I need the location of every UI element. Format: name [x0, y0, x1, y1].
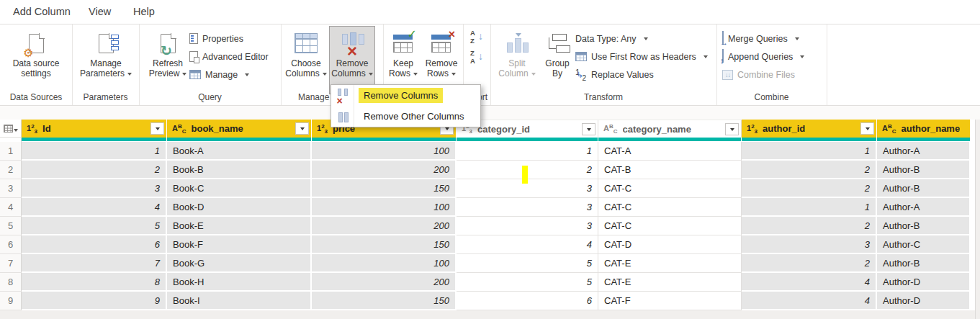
cell-category_id[interactable]: 3 — [457, 217, 598, 235]
cell-Id[interactable]: 4 — [22, 198, 167, 217]
cell-category_id[interactable]: 5 — [457, 273, 598, 292]
row-number[interactable]: 7 — [0, 254, 22, 273]
column-header-Id[interactable]: 123Id — [22, 120, 167, 138]
keep-rows-button[interactable]: ✓ Keep Rows — [385, 27, 421, 78]
cell-category_id[interactable]: 6 — [457, 292, 598, 310]
cell-Id[interactable]: 7 — [22, 254, 167, 273]
cell-author_name[interactable]: Author-B — [877, 217, 971, 235]
cell-author_name[interactable]: Author-B — [877, 179, 971, 198]
filter-button[interactable] — [582, 123, 595, 135]
cell-category_name[interactable]: CAT-C — [598, 217, 742, 235]
tab-help[interactable]: Help — [133, 0, 155, 23]
cell-author_name[interactable]: Author-D — [877, 292, 971, 310]
cell-author_id[interactable]: 2 — [742, 217, 877, 235]
row-number[interactable]: 4 — [0, 198, 22, 217]
cell-category_name[interactable]: CAT-E — [598, 254, 742, 273]
cell-author_name[interactable]: Author-D — [877, 273, 971, 292]
cell-author_name[interactable]: Author-C — [877, 235, 971, 254]
cell-author_id[interactable]: 1 — [742, 198, 877, 217]
row-number[interactable]: 5 — [0, 217, 22, 235]
row-number[interactable]: 8 — [0, 273, 22, 292]
advanced-editor-button[interactable]: Advanced Editor — [189, 48, 269, 66]
cell-Id[interactable]: 3 — [22, 179, 167, 198]
tab-add-column[interactable]: Add Column — [13, 0, 71, 23]
data-type-button[interactable]: Data Type: Any — [575, 30, 708, 48]
cell-category_name[interactable]: CAT-A — [598, 142, 742, 161]
cell-category_id[interactable]: 3 — [457, 198, 598, 217]
cell-category_id[interactable]: 5 — [457, 254, 598, 273]
cell-price[interactable]: 200 — [312, 217, 457, 235]
row-number[interactable]: 9 — [0, 292, 22, 310]
row-number[interactable]: 3 — [0, 179, 22, 198]
cell-category_name[interactable]: CAT-D — [598, 235, 742, 254]
choose-columns-button[interactable]: Choose Columns — [285, 27, 327, 78]
row-number[interactable]: 1 — [0, 142, 22, 161]
cell-price[interactable]: 150 — [312, 292, 457, 310]
combine-files-button[interactable]: ↓↓Combine Files — [722, 66, 804, 84]
tab-view[interactable]: View — [89, 0, 111, 23]
cell-price[interactable]: 200 — [312, 161, 457, 179]
cell-book_name[interactable]: Book-H — [167, 273, 312, 292]
cell-price[interactable]: 100 — [312, 198, 457, 217]
properties-button[interactable]: Properties — [189, 30, 269, 48]
cell-book_name[interactable]: Book-I — [167, 292, 312, 310]
cell-Id[interactable]: 1 — [22, 142, 167, 161]
cell-author_id[interactable]: 2 — [742, 254, 877, 273]
cell-price[interactable]: 100 — [312, 142, 457, 161]
cell-author_name[interactable]: Author-A — [877, 142, 971, 161]
cell-category_id[interactable]: 4 — [457, 235, 598, 254]
cell-price[interactable]: 150 — [312, 179, 457, 198]
cell-category_name[interactable]: CAT-C — [598, 179, 742, 198]
column-header-author_name[interactable]: ABCauthor_name — [877, 120, 971, 138]
table-corner-button[interactable] — [0, 120, 22, 138]
cell-author_name[interactable]: Author-A — [877, 198, 971, 217]
filter-button[interactable] — [860, 122, 874, 135]
cell-book_name[interactable]: Book-C — [167, 179, 312, 198]
cell-category_id[interactable]: 1 — [457, 142, 598, 161]
cell-Id[interactable]: 2 — [22, 161, 167, 179]
manage-button[interactable]: Manage — [189, 66, 269, 84]
cell-Id[interactable]: 6 — [22, 235, 167, 254]
cell-author_id[interactable]: 2 — [742, 161, 877, 179]
cell-Id[interactable]: 9 — [22, 292, 167, 310]
cell-category_name[interactable]: CAT-B — [598, 161, 742, 179]
cell-category_name[interactable]: CAT-E — [598, 273, 742, 292]
remove-rows-button[interactable]: × Remove Rows — [422, 27, 461, 78]
group-by-button[interactable]: Group By — [541, 27, 574, 78]
cell-category_name[interactable]: CAT-C — [598, 198, 742, 217]
cell-price[interactable]: 100 — [312, 254, 457, 273]
merge-queries-button[interactable]: →Merge Queries — [722, 30, 804, 48]
cell-book_name[interactable]: Book-F — [167, 235, 312, 254]
cell-book_name[interactable]: Book-E — [167, 217, 312, 235]
cell-price[interactable]: 150 — [312, 235, 457, 254]
sort-ascending-button[interactable]: AZ↓ — [467, 28, 485, 47]
menu-item-remove-columns[interactable]: × Remove Columns — [331, 85, 480, 106]
use-first-row-button[interactable]: Use First Row as Headers — [575, 48, 708, 66]
split-column-button[interactable]: Split Column — [495, 27, 539, 78]
append-queries-button[interactable]: ↕Append Queries — [722, 48, 804, 66]
cell-author_id[interactable]: 4 — [742, 292, 877, 310]
refresh-preview-button[interactable]: ↻ Refresh Preview — [148, 27, 188, 78]
cell-author_id[interactable]: 1 — [742, 142, 877, 161]
filter-button[interactable] — [150, 122, 164, 135]
cell-book_name[interactable]: Book-G — [167, 254, 312, 273]
cell-book_name[interactable]: Book-B — [167, 161, 312, 179]
cell-author_id[interactable]: 2 — [742, 179, 877, 198]
cell-Id[interactable]: 5 — [22, 217, 167, 235]
cell-book_name[interactable]: Book-D — [167, 198, 312, 217]
data-source-settings-button[interactable]: ⚙ Data source settings — [6, 27, 66, 78]
sort-descending-button[interactable]: ZA↓ — [467, 48, 485, 67]
replace-values-button[interactable]: 1↳2Replace Values — [575, 66, 708, 84]
cell-author_id[interactable]: 3 — [742, 235, 877, 254]
filter-button[interactable] — [295, 122, 309, 135]
cell-price[interactable]: 200 — [312, 273, 457, 292]
column-header-book_name[interactable]: ABCbook_name — [167, 120, 312, 138]
manage-parameters-button[interactable]: Manage Parameters — [78, 27, 134, 78]
filter-button[interactable] — [725, 123, 739, 135]
row-number[interactable]: 6 — [0, 235, 22, 254]
cell-author_id[interactable]: 4 — [742, 273, 877, 292]
cell-Id[interactable]: 8 — [22, 273, 167, 292]
cell-author_name[interactable]: Author-B — [877, 161, 971, 179]
column-header-category_name[interactable]: ABCcategory_name — [598, 120, 742, 138]
row-number[interactable]: 2 — [0, 161, 22, 179]
